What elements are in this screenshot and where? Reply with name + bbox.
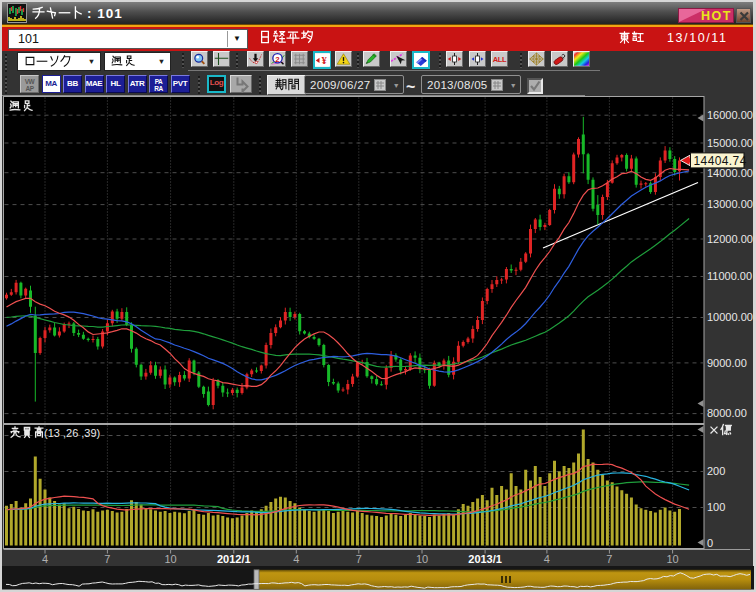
svg-text:10: 10 <box>164 553 176 565</box>
svg-text:11000.00: 11000.00 <box>707 270 752 282</box>
svg-text:16000.00: 16000.00 <box>707 109 753 121</box>
svg-text:10000.00: 10000.00 <box>707 311 753 323</box>
svg-text:10: 10 <box>416 553 428 565</box>
svg-text:7: 7 <box>606 553 612 565</box>
svg-text:2: 2 <box>275 55 280 64</box>
svg-text:13000.00: 13000.00 <box>707 198 753 210</box>
svg-text:0: 0 <box>707 537 713 549</box>
svg-text:12000.00: 12000.00 <box>707 233 753 245</box>
svg-text:¥: ¥ <box>321 55 327 66</box>
svg-text:ALL: ALL <box>493 55 507 64</box>
svg-text:7: 7 <box>104 553 110 565</box>
svg-text:4: 4 <box>293 553 299 565</box>
svg-text:2012/1: 2012/1 <box>217 553 251 565</box>
svg-text:8000.00: 8000.00 <box>707 407 747 419</box>
svg-text:9000.00: 9000.00 <box>707 357 747 369</box>
svg-text:14404.74: 14404.74 <box>694 154 747 168</box>
svg-text:10: 10 <box>666 553 678 565</box>
svg-text:200: 200 <box>707 465 725 477</box>
svg-text:4: 4 <box>544 553 550 565</box>
svg-text:(13 ,26 ,39): (13 ,26 ,39) <box>44 427 100 439</box>
svg-text:100: 100 <box>707 501 725 513</box>
svg-text:2013/1: 2013/1 <box>468 553 502 565</box>
svg-text:7: 7 <box>356 553 362 565</box>
svg-text:4: 4 <box>42 553 48 565</box>
svg-text:15000.00: 15000.00 <box>707 137 753 149</box>
